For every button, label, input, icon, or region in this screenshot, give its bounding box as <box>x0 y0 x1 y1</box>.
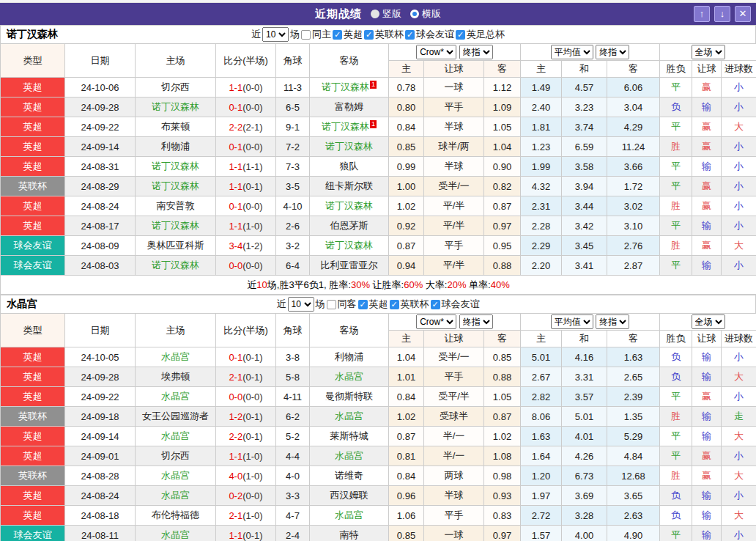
ah-home-odds: 1.01 <box>389 367 424 387</box>
away-team-name: 诺丁汉森林 <box>322 81 369 92</box>
ah-home-odds: 0.94 <box>389 256 424 276</box>
home-team: 诺丁汉森林 <box>136 157 216 177</box>
halftime-score: (0-0) <box>242 260 262 271</box>
col-result-wdl: 胜负 <box>660 331 692 347</box>
match-date: 24-09-18 <box>65 407 136 427</box>
red-card-badge: 1 <box>370 81 377 89</box>
result-outcome: 负 <box>660 367 692 387</box>
result-handicap: 输 <box>692 367 722 387</box>
summary-segment: 场,胜3平6负1, 胜率: <box>267 279 351 290</box>
halftime-score: (0-1) <box>242 372 262 383</box>
same-side-checkbox[interactable] <box>301 30 311 40</box>
match-row: 英超24-10-05水晶宫0-1(0-1)3-8利物浦1.04受半/一0.855… <box>1 347 756 367</box>
eu-stage-select[interactable]: 终指 <box>596 45 629 59</box>
home-team: 水晶宫 <box>136 526 216 541</box>
recent-count-select[interactable]: 10 <box>288 297 314 312</box>
scroll-up-button[interactable]: ↑ <box>694 6 710 22</box>
result-scope-select-cell: 全场 <box>660 314 756 331</box>
home-team-name: 诺丁汉森林 <box>152 101 199 112</box>
result-goals: 小 <box>722 97 756 117</box>
league-checkbox[interactable]: ✓ <box>364 30 374 40</box>
eu-away-odds: 1.72 <box>607 177 660 196</box>
halftime-score: (1-0) <box>242 451 262 462</box>
same-side-checkbox[interactable] <box>327 300 336 309</box>
league-checkbox[interactable]: ✓ <box>456 30 465 40</box>
ah-line: 两球 <box>424 466 484 486</box>
home-team-name: 布莱顿 <box>161 121 190 132</box>
league-badge: 英联杯 <box>1 466 65 486</box>
team-section-forest: 诺丁汉森林 近10场同主✓英超✓英联杯✓球会友谊✓英足总杯 类型 日期 主场 比… <box>0 25 756 295</box>
league-badge: 英超 <box>1 427 65 446</box>
fulltime-score: 1-1 <box>229 181 242 192</box>
result-scope-select[interactable]: 全场 <box>692 45 725 59</box>
result-handicap: 赢 <box>692 196 722 216</box>
title-bar: 近期战绩 竖版 横版 ↑ ↓ ✕ <box>0 3 756 25</box>
eu-draw-odds: 5.01 <box>562 407 607 427</box>
ah-home-odds: 0.84 <box>389 466 424 486</box>
match-row: 英超24-08-31诺丁汉森林1-1(1-1)7-3狼队0.99半球0.901.… <box>1 157 756 177</box>
eu-home-odds: 2.20 <box>521 256 562 276</box>
ah-home-odds: 1.02 <box>389 407 424 427</box>
vertical-layout-radio[interactable] <box>371 10 379 18</box>
eu-company-select[interactable]: 平均值 <box>551 45 593 59</box>
league-checkbox[interactable]: ✓ <box>431 300 440 309</box>
eu-draw-odds: 3.31 <box>562 367 607 387</box>
recent-count-select[interactable]: 10 <box>262 27 289 42</box>
eu-stage-select[interactable]: 终指 <box>596 314 629 329</box>
eu-home-odds: 8.06 <box>521 407 562 427</box>
eu-draw-odds: 3.41 <box>562 256 607 276</box>
ah-away-odds: 0.93 <box>484 486 521 506</box>
away-team: 诺丁汉森林 <box>310 236 389 256</box>
result-scope-select[interactable]: 全场 <box>692 314 725 329</box>
match-score: 2-2(2-1) <box>216 117 276 137</box>
home-team-name: 女王公园巡游者 <box>142 411 209 422</box>
ah-stage-select[interactable]: 终指 <box>459 45 493 59</box>
eu-away-odds: 2.76 <box>607 236 660 256</box>
match-date: 24-09-28 <box>65 97 136 117</box>
col-result-goals: 进球数 <box>722 61 756 78</box>
eu-home-odds: 1.49 <box>521 78 562 97</box>
corner-score: 4-10 <box>276 196 310 216</box>
match-date: 24-09-01 <box>65 446 136 466</box>
ah-company-select[interactable]: Crow* <box>416 45 456 59</box>
corner-score: 6-5 <box>276 97 310 117</box>
league-checkbox[interactable]: ✓ <box>390 300 399 309</box>
scroll-down-button[interactable]: ↓ <box>714 6 730 22</box>
col-away: 客场 <box>310 44 389 78</box>
home-team-name: 水晶宫 <box>161 470 190 481</box>
eu-away-odds: 2.87 <box>607 256 660 276</box>
league-badge: 英超 <box>1 137 65 157</box>
ah-home-odds: 0.99 <box>389 157 424 177</box>
result-outcome: 平 <box>660 256 692 276</box>
eu-away-odds: 11.24 <box>607 137 660 157</box>
ah-stage-select[interactable]: 终指 <box>459 314 493 329</box>
fulltime-score: 1-1 <box>229 221 242 232</box>
filter-controls: 近10场同主✓英超✓英联杯✓球会友谊✓英足总杯 <box>251 27 505 42</box>
match-row: 英超24-08-18布伦特福德2-1(1-0)4-7水晶宫1.06平手0.832… <box>1 506 756 526</box>
league-checkbox[interactable]: ✓ <box>405 30 415 40</box>
league-checkbox-label: 英足总杯 <box>467 28 505 41</box>
up-arrow-icon: ↑ <box>700 8 705 19</box>
summary-row: 近10场,胜3平6负1, 胜率:30% 让胜率:60% 大率:20% 单率:40… <box>1 276 756 295</box>
eu-home-odds: 2.29 <box>521 236 562 256</box>
home-team: 利物浦 <box>136 137 216 157</box>
eu-company-select[interactable]: 平均值 <box>551 314 593 329</box>
horizontal-layout-radio[interactable] <box>410 10 419 18</box>
home-team-name: 利物浦 <box>161 141 190 152</box>
away-team: 南特 <box>310 526 389 541</box>
close-button[interactable]: ✕ <box>735 6 751 22</box>
away-team: 伯恩茅斯 <box>310 216 389 236</box>
ah-company-select[interactable]: Crow* <box>416 314 456 329</box>
eu-draw-odds: 4.16 <box>562 347 607 367</box>
result-handicap: 输 <box>692 407 722 427</box>
league-badge: 球会友谊 <box>1 256 65 276</box>
fulltime-score: 1-1 <box>229 451 242 462</box>
league-checkbox[interactable]: ✓ <box>333 30 342 40</box>
halftime-score: (0-0) <box>242 141 262 152</box>
home-team-name: 布伦特福德 <box>152 509 199 520</box>
eu-home-odds: 1.97 <box>521 486 562 506</box>
result-handicap: 输 <box>692 526 722 541</box>
col-away: 客场 <box>310 314 389 347</box>
match-score: 2-1(1-0) <box>216 506 276 526</box>
league-checkbox[interactable]: ✓ <box>358 300 368 309</box>
